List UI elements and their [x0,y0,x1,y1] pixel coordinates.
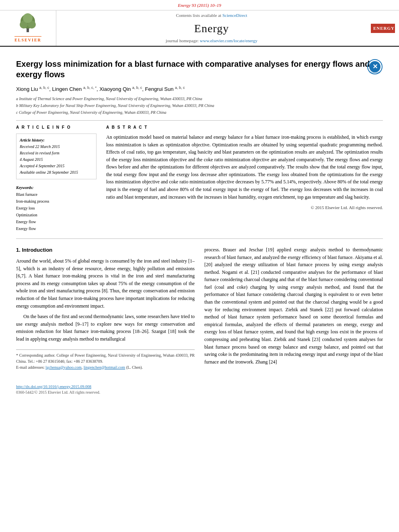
svg-text:CrossMark: CrossMark [370,71,380,74]
abstract-text: An optimization model based on material … [106,134,383,201]
keyword-2: Iron-making process [16,198,97,205]
energy-logo: ENERGY [371,24,395,33]
email-2-link[interactable]: lingenchen@hotmail.com [84,365,125,370]
keywords-label: Keywords: [16,185,33,190]
keywords-section: Keywords: Blast furnace Iron-making proc… [16,184,97,232]
article-info-heading: A R T I C L E I N F O [16,125,97,130]
journal-homepage: journal homepage: www.elsevier.com/locat… [166,38,257,44]
abstract-column: A B S T R A C T An optimization model ba… [106,125,383,232]
sciencedirect-link[interactable]: ScienceDirect [222,13,247,18]
svg-text:✕: ✕ [372,63,378,70]
body-two-col: 1. Introduction Around the world, about … [16,246,383,370]
available-date: Available online 28 September 2015 [20,169,93,176]
article-title: Exergy loss minimization for a blast fur… [16,59,383,80]
affiliation-a: a Institute of Thermal Science and Power… [16,96,383,102]
intro-section-title: 1. Introduction [16,246,195,254]
crossmark-area: ✕ CrossMark [367,59,383,77]
elsevier-logo-area: ELSEVIER [0,10,56,46]
copyright-line: © 2015 Elsevier Ltd. All rights reserved… [106,205,383,211]
issn-line: 0360-5442/© 2015 Elsevier Ltd. All right… [16,390,383,395]
divider-2 [16,238,383,239]
body-col-right: process. Brauer and Jeschar [19] applied… [204,246,383,370]
journal-citation: Energy 93 (2015) 10–19 [178,3,221,8]
history-label: Article history: [20,138,45,142]
intro-para-1: Around the world, about 5% of global ene… [16,257,195,310]
accepted-date: Accepted 4 September 2015 [20,163,93,169]
divider-1 [16,120,383,121]
keyword-5: Energy flow [16,218,97,225]
revised-date: 4 August 2015 [20,156,93,163]
received-date: Received 22 March 2015 [20,144,93,150]
email-label: E-mail addresses: [16,365,45,370]
keyword-3: Exergy loss [16,205,97,212]
main-content: Exergy loss minimization for a blast fur… [0,47,399,378]
intro-para-2: On the bases of the first and second the… [16,313,195,343]
doi-link[interactable]: http://dx.doi.org/10.1016/j.energy.2015.… [16,384,91,389]
journal-name: Energy [194,21,229,36]
crossmark-icon: ✕ CrossMark [367,59,383,75]
elsevier-tree-icon [16,13,40,33]
journal-homepage-link[interactable]: www.elsevier.com/locate/energy [200,38,257,43]
keyword-4: Optimization [16,212,97,218]
abstract-heading: A B S T R A C T [106,125,383,130]
doi-line: http://dx.doi.org/10.1016/j.energy.2015.… [16,384,383,390]
body-col-left: 1. Introduction Around the world, about … [16,246,195,370]
elsevier-logo: ELSEVIER [14,13,41,43]
info-abstract-section: A R T I C L E I N F O Article history: R… [16,125,383,232]
intro-para-3-right: process. Brauer and Jeschar [19] applied… [204,246,383,366]
footnote-area: * Corresponding author. College of Power… [16,349,195,370]
footnote-star-text: * Corresponding author. College of Power… [16,352,195,364]
article-history-block: Article history: Received 22 March 2015 … [16,134,97,179]
elsevier-text: ELSEVIER [14,36,41,43]
svg-point-4 [23,13,33,23]
email-1-link[interactable]: lgchenua@yahoo.com [45,365,81,370]
journal-top-bar: Energy 93 (2015) 10–19 [0,0,399,10]
title-area: Exergy loss minimization for a blast fur… [16,59,383,80]
affiliation-c: c College of Power Engineering, Naval Un… [16,109,383,115]
email-suffix: (L. Chen). [126,365,143,370]
energy-logo-area: ENERGY [367,10,399,46]
received-revised-label: Received in revised form [20,150,93,156]
affiliation-b: b Military Key Laboratory for Naval Ship… [16,103,383,109]
footnote-email: E-mail addresses: lgchenua@yahoo.com, li… [16,364,195,370]
keyword-6: Exergy flow [16,225,97,232]
article-info-column: A R T I C L E I N F O Article history: R… [16,125,97,232]
journal-title-area: Contents lists available at ScienceDirec… [56,10,367,46]
page-footer: http://dx.doi.org/10.1016/j.energy.2015.… [0,382,399,397]
affiliations: a Institute of Thermal Science and Power… [16,96,383,115]
keyword-1: Blast furnace [16,191,97,198]
contents-line: Contents lists available at ScienceDirec… [176,12,247,18]
journal-banner: ELSEVIER Contents lists available at Sci… [0,10,399,47]
authors-line: Xiong Liu a, b, c, Lingen Chen a, b, c, … [16,85,383,93]
body-content: 1. Introduction Around the world, about … [16,246,383,370]
